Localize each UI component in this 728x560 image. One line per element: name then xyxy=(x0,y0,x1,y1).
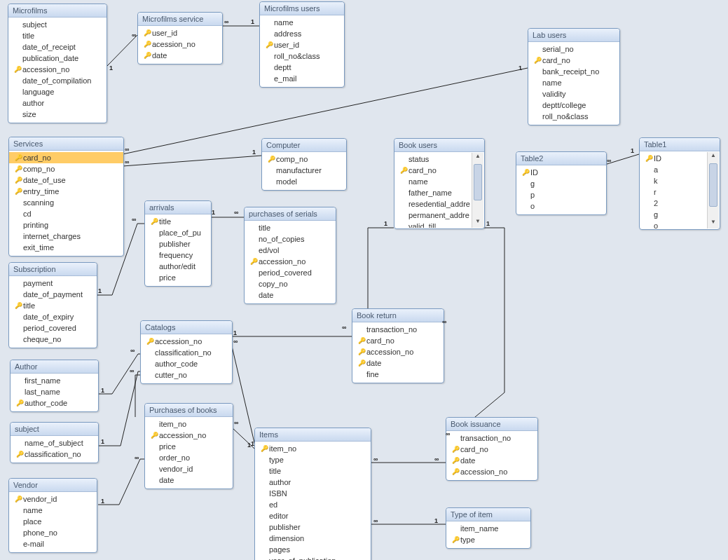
field-row[interactable]: deptt/college xyxy=(533,100,615,111)
field-row[interactable]: date xyxy=(451,455,533,466)
table-title[interactable]: Book users xyxy=(394,139,484,152)
table-title[interactable]: arrivals xyxy=(145,201,211,214)
scrollbar[interactable]: ▲ ▼ xyxy=(472,153,483,228)
field-row[interactable]: date_of_payment xyxy=(13,289,92,300)
scroll-up-icon[interactable]: ▲ xyxy=(472,153,483,163)
table-table1[interactable]: Table1 IDakr2go ▲ ▼ xyxy=(639,137,720,230)
table-computer[interactable]: Computer comp_nomanufacturermodel xyxy=(261,138,347,191)
field-row[interactable]: name xyxy=(13,505,92,516)
table-arrivals[interactable]: arrivals titleplace_of_pupublisherfreque… xyxy=(144,200,212,287)
field-row[interactable]: accession_no xyxy=(13,64,102,75)
field-row[interactable]: date_of_receipt xyxy=(13,41,102,53)
field-row[interactable]: name xyxy=(264,17,340,28)
field-row[interactable]: manufacturer xyxy=(266,165,342,176)
table-lab-users[interactable]: Lab users serial_nocard_nobank_receipt_n… xyxy=(528,28,620,125)
table-title[interactable]: Microfilms users xyxy=(260,2,344,15)
field-row[interactable]: ed xyxy=(259,499,366,510)
table-title[interactable]: Services xyxy=(9,137,123,151)
field-row[interactable]: frequency xyxy=(149,250,207,261)
table-book-users[interactable]: Book users statuscard_nonamefather_namer… xyxy=(394,138,485,229)
table-title[interactable]: Type of item xyxy=(446,508,530,521)
field-row[interactable]: acession_no xyxy=(142,39,218,50)
field-row[interactable]: accession_no xyxy=(451,466,533,477)
field-row[interactable]: k xyxy=(644,175,706,186)
field-row[interactable]: exit_time xyxy=(13,242,119,253)
field-row[interactable]: accession_no xyxy=(145,336,228,347)
field-row[interactable]: item_no xyxy=(259,443,366,454)
field-row[interactable]: item_no xyxy=(149,418,228,430)
field-row[interactable]: size xyxy=(13,109,102,120)
field-row[interactable]: dimension xyxy=(259,533,366,544)
field-row[interactable]: roll_no&class xyxy=(533,111,615,122)
field-row[interactable]: g xyxy=(521,178,602,189)
field-row[interactable]: accession_no xyxy=(357,346,439,357)
table-services[interactable]: Services card_nocomp_nodate_of_useentry_… xyxy=(8,137,124,257)
field-row[interactable]: card_no xyxy=(357,335,439,346)
field-row[interactable]: vendor_id xyxy=(149,463,228,474)
field-row[interactable]: resedential_addre xyxy=(399,198,470,210)
table-microfilms[interactable]: Microfilms subjecttitledate_of_receiptpu… xyxy=(8,4,107,123)
field-row[interactable]: o xyxy=(644,220,706,228)
field-row[interactable]: comp_no xyxy=(266,153,342,165)
table-vendor[interactable]: Vendor vendor_idnameplacephone_noe-mail xyxy=(8,478,97,553)
field-row[interactable]: subject xyxy=(13,19,102,30)
field-row[interactable]: name_of_subject xyxy=(15,437,94,449)
field-row[interactable]: ID xyxy=(521,167,602,178)
field-row[interactable]: title xyxy=(149,216,207,227)
table-title[interactable]: Subscription xyxy=(9,263,97,276)
table-title[interactable]: Catalogs xyxy=(141,321,232,334)
field-row[interactable]: transaction_no xyxy=(357,324,439,335)
field-row[interactable]: pages xyxy=(259,544,366,555)
table-title[interactable]: Microfilms xyxy=(8,4,107,18)
field-row[interactable]: roll_no&class xyxy=(264,50,340,62)
table-microfilms-users[interactable]: Microfilms users nameaddressuser_idroll_… xyxy=(259,1,345,88)
scroll-down-icon[interactable]: ▼ xyxy=(472,218,483,228)
field-row[interactable]: fine xyxy=(357,369,439,380)
table-title[interactable]: Book return xyxy=(352,309,444,322)
scroll-down-icon[interactable]: ▼ xyxy=(708,219,719,228)
table-book-return[interactable]: Book return transaction_nocard_noaccessi… xyxy=(352,308,444,383)
table-title[interactable]: purchases of serials xyxy=(245,207,336,221)
table-title[interactable]: Computer xyxy=(262,139,346,152)
field-row[interactable]: last_name xyxy=(15,386,94,397)
field-row[interactable]: g xyxy=(644,209,706,220)
field-row[interactable]: classification_no xyxy=(15,449,94,460)
field-row[interactable]: permanent_addre xyxy=(399,210,470,221)
table-title[interactable]: subject xyxy=(11,423,98,436)
field-row[interactable]: publisher xyxy=(149,238,207,250)
field-row[interactable]: place_of_pu xyxy=(149,227,207,238)
table-book-issuance[interactable]: Book issuance transaction_nocard_nodatea… xyxy=(446,417,538,481)
field-row[interactable]: card_no xyxy=(533,55,615,66)
field-row[interactable]: a xyxy=(644,164,706,175)
field-row[interactable]: first_name xyxy=(15,375,94,386)
field-row[interactable]: publication_date xyxy=(13,53,102,64)
field-row[interactable]: name xyxy=(533,77,615,88)
field-row[interactable]: user_id xyxy=(264,39,340,50)
field-row[interactable]: validity xyxy=(533,88,615,100)
table-title[interactable]: Purchases of books xyxy=(145,404,233,417)
field-row[interactable]: title xyxy=(13,300,92,311)
table-title[interactable]: Lab users xyxy=(528,29,619,42)
field-row[interactable]: payment xyxy=(13,278,92,289)
field-row[interactable]: comp_no xyxy=(13,163,119,175)
scrollbar[interactable]: ▲ ▼ xyxy=(707,152,719,228)
field-row[interactable]: ID xyxy=(644,153,706,164)
field-row[interactable]: no_of_copies xyxy=(249,233,331,245)
table-subscription[interactable]: Subscription paymentdate_of_paymenttitle… xyxy=(8,262,97,348)
table-title[interactable]: Vendor xyxy=(9,479,97,492)
scroll-thumb[interactable] xyxy=(709,163,717,207)
table-title[interactable]: Items xyxy=(255,428,371,442)
field-row[interactable]: type xyxy=(259,454,366,465)
field-row[interactable]: date_of_compilation xyxy=(13,75,102,86)
field-row[interactable]: date xyxy=(357,357,439,369)
field-row[interactable]: father_name xyxy=(399,187,470,198)
field-row[interactable]: cheque_no xyxy=(13,334,92,345)
table-title[interactable]: Microfilms service xyxy=(138,13,222,26)
field-row[interactable]: type xyxy=(451,534,526,545)
scroll-thumb[interactable] xyxy=(474,164,482,200)
field-row[interactable]: date xyxy=(249,289,331,301)
field-row[interactable]: price xyxy=(149,441,228,452)
field-row[interactable]: scanning xyxy=(13,197,119,208)
field-row[interactable]: card_no xyxy=(451,444,533,455)
field-row[interactable]: ISBN xyxy=(259,488,366,499)
